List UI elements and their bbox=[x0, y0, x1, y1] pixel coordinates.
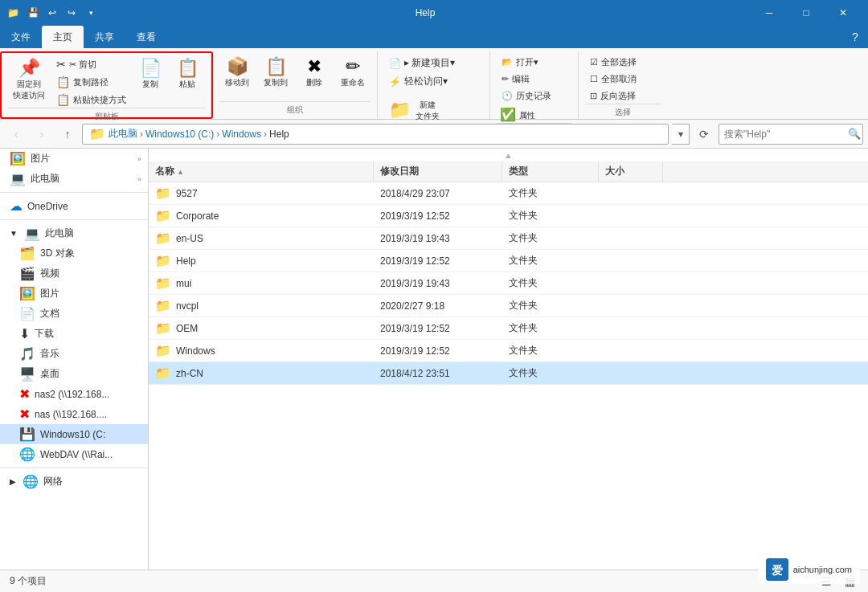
properties-button[interactable]: ✅ 属性 bbox=[497, 107, 538, 123]
address-dropdown-button[interactable]: ▾ bbox=[672, 124, 690, 145]
quick-access-button[interactable]: ⚡ 轻松访问▾ bbox=[384, 73, 452, 90]
nav-item-music[interactable]: 🎵 音乐 bbox=[0, 344, 148, 364]
clipboard-items: 📌 固定到快速访问 ✂ ✂ 剪切 📋 复制路径 📋 粘贴快捷方式 bbox=[8, 53, 205, 108]
file-name: mui bbox=[176, 278, 191, 289]
nav-item-onedrive[interactable]: ☁ OneDrive bbox=[0, 196, 148, 216]
col-header-date[interactable]: 修改日期 bbox=[374, 161, 502, 182]
copy-path-button[interactable]: 📋 复制路径 bbox=[51, 74, 131, 90]
titlebar: 📁 💾 ↩ ↪ ▾ Help ─ □ ✕ bbox=[0, 0, 868, 26]
nav-item-nas2[interactable]: ✖ nas2 (\\192.168... bbox=[0, 384, 148, 404]
file-type: 文件夹 bbox=[509, 231, 538, 245]
delete-button[interactable]: ✖ 删除 bbox=[297, 55, 332, 92]
file-row[interactable]: 📁 Windows 2019/3/19 12:52 文件夹 bbox=[149, 340, 868, 362]
new-item-button[interactable]: 📄 ▸ 新建项目▾ bbox=[384, 55, 460, 71]
music-icon: 🎵 bbox=[19, 346, 35, 361]
new-folder-icon: 📁 bbox=[389, 101, 411, 119]
back-button[interactable]: ‹ bbox=[5, 123, 27, 145]
rename-button[interactable]: ✏ 重命名 bbox=[335, 55, 371, 92]
nav-item-network[interactable]: ▶ 🌐 网络 bbox=[0, 472, 148, 492]
nav-item-nas[interactable]: ✖ nas (\\192.168.... bbox=[0, 404, 148, 424]
history-button[interactable]: 🕐 历史记录 bbox=[497, 88, 556, 104]
col-header-size[interactable]: 大小 bbox=[599, 161, 663, 182]
file-name-cell: 📁 Help bbox=[149, 250, 374, 272]
new-folder-button[interactable]: 📁 新建文件夹 bbox=[384, 95, 444, 125]
nav-item-docs[interactable]: 📄 文档 bbox=[0, 304, 148, 324]
file-name: Windows bbox=[176, 345, 215, 357]
invert-selection-button[interactable]: ⊡ 反向选择 bbox=[585, 88, 641, 104]
tab-view[interactable]: 查看 bbox=[125, 26, 167, 48]
nav-item-pictures[interactable]: 🖼️ 图片 bbox=[0, 284, 148, 304]
sort-hint: ▲ bbox=[149, 149, 868, 161]
main-area: 🖼️ 图片 » 💻 此电脑 » ☁ OneDrive ▼ 💻 此电脑 🗂️ 3D… bbox=[0, 149, 868, 570]
file-row[interactable]: 📁 Help 2019/3/19 12:52 文件夹 bbox=[149, 250, 868, 272]
properties-icon: ✅ bbox=[500, 108, 516, 121]
tab-home[interactable]: 主页 bbox=[42, 26, 84, 48]
history-icon: 🕐 bbox=[502, 91, 513, 101]
pin-button[interactable]: 📌 固定到快速访问 bbox=[8, 56, 50, 104]
nav-item-webdav[interactable]: 🌐 WebDAV (\\Rai... bbox=[0, 444, 148, 464]
file-row[interactable]: 📁 Corporate 2019/3/19 12:52 文件夹 bbox=[149, 205, 868, 227]
ribbon: 文件 主页 共享 查看 ? 📌 固定到快速访问 ✂ ✂ 剪切 📋 bbox=[0, 26, 868, 120]
docs-icon: 📄 bbox=[19, 306, 35, 321]
help-button[interactable]: ? bbox=[842, 26, 868, 48]
paste-button[interactable]: 📋 粘贴 bbox=[170, 56, 205, 93]
nav-item-thispc[interactable]: ▼ 💻 此电脑 bbox=[0, 223, 148, 243]
nav-pictures-nav-label: 图片 bbox=[40, 287, 141, 300]
network-icon: 🌐 bbox=[23, 474, 39, 489]
tab-file[interactable]: 文件 bbox=[0, 26, 42, 48]
edit-button[interactable]: ✏ 编辑 bbox=[497, 71, 534, 87]
nav-item-video[interactable]: 🎬 视频 bbox=[0, 263, 148, 284]
col-header-name[interactable]: 名称 ▲ bbox=[149, 161, 374, 182]
move-label: 移动到 bbox=[225, 77, 249, 88]
pictures-icon: 🖼️ bbox=[10, 151, 26, 166]
breadcrumb-drive[interactable]: Windows10 (C:) bbox=[145, 129, 214, 140]
nav-item-pictures-quick[interactable]: 🖼️ 图片 » bbox=[0, 149, 148, 169]
nav-desktop-label: 桌面 bbox=[40, 367, 141, 381]
file-row[interactable]: 📁 OEM 2019/3/19 12:52 文件夹 bbox=[149, 317, 868, 340]
sort-arrow-icon: ▲ bbox=[505, 151, 513, 160]
history-label: 历史记录 bbox=[516, 90, 551, 102]
forward-button[interactable]: › bbox=[31, 123, 53, 145]
select-all-button[interactable]: ☑ 全部选择 bbox=[585, 55, 641, 70]
tab-share[interactable]: 共享 bbox=[84, 26, 125, 48]
nav-item-thispc-quick[interactable]: 💻 此电脑 » bbox=[0, 169, 148, 189]
nav-item-windows10[interactable]: 💾 Windows10 (C: bbox=[0, 424, 148, 444]
search-box[interactable]: 🔍 bbox=[719, 124, 863, 145]
nav-thispc-label: 此电脑 bbox=[31, 172, 133, 186]
qat-redo-button[interactable]: ↪ bbox=[63, 4, 80, 22]
open-button[interactable]: 📂 打开▾ bbox=[497, 55, 543, 70]
file-name: en-US bbox=[176, 233, 203, 244]
nav-pictures-label: 图片 bbox=[31, 152, 133, 165]
qat-undo-button[interactable]: ↩ bbox=[43, 4, 61, 22]
qat-dropdown-button[interactable]: ▾ bbox=[82, 4, 100, 22]
paste-shortcut-button[interactable]: 📋 粘贴快捷方式 bbox=[51, 92, 131, 108]
select-none-button[interactable]: ☐ 全部取消 bbox=[585, 71, 641, 87]
file-size-cell bbox=[599, 340, 663, 361]
address-bar[interactable]: 📁 此电脑 › Windows10 (C:) › Windows › Help bbox=[82, 124, 669, 145]
maximize-button[interactable]: □ bbox=[788, 0, 825, 26]
file-row[interactable]: 📁 en-US 2019/3/19 19:43 文件夹 bbox=[149, 227, 868, 250]
breadcrumb-windows[interactable]: Windows bbox=[222, 129, 261, 140]
copy-button[interactable]: 📄 复制 bbox=[133, 56, 168, 93]
refresh-button[interactable]: ⟳ bbox=[693, 123, 715, 145]
nav-item-desktop[interactable]: 🖥️ 桌面 bbox=[0, 364, 148, 384]
file-row[interactable]: 📁 mui 2019/3/19 19:43 文件夹 bbox=[149, 272, 868, 295]
copy-to-button[interactable]: 📋 复制到 bbox=[258, 55, 293, 92]
file-row[interactable]: 📁 9527 2018/4/29 23:07 文件夹 bbox=[149, 182, 868, 205]
folder-icon: 📁 bbox=[155, 186, 171, 201]
qat-save-button[interactable]: 💾 bbox=[24, 4, 42, 22]
search-input[interactable] bbox=[724, 129, 845, 140]
minimize-button[interactable]: ─ bbox=[751, 0, 788, 26]
cut-button[interactable]: ✂ ✂ 剪切 bbox=[51, 56, 131, 72]
file-row[interactable]: 📁 zh-CN 2018/4/12 23:51 文件夹 bbox=[149, 362, 868, 385]
move-to-button[interactable]: 📦 移动到 bbox=[219, 55, 255, 92]
close-button[interactable]: ✕ bbox=[825, 0, 862, 26]
breadcrumb-computer[interactable]: 此电脑 bbox=[108, 127, 137, 141]
onedrive-icon: ☁ bbox=[10, 198, 23, 214]
file-row[interactable]: 📁 nvcpl 2020/2/27 9:18 文件夹 bbox=[149, 295, 868, 317]
col-header-type[interactable]: 类型 bbox=[502, 161, 599, 182]
nav-item-3dobj[interactable]: 🗂️ 3D 对象 bbox=[0, 243, 148, 263]
new-group: 📄 ▸ 新建项目▾ ⚡ 轻松访问▾ 📁 新建文件夹 新建 bbox=[378, 51, 490, 119]
up-button[interactable]: ↑ bbox=[56, 123, 79, 145]
nav-item-downloads[interactable]: ⬇ 下载 bbox=[0, 324, 148, 344]
